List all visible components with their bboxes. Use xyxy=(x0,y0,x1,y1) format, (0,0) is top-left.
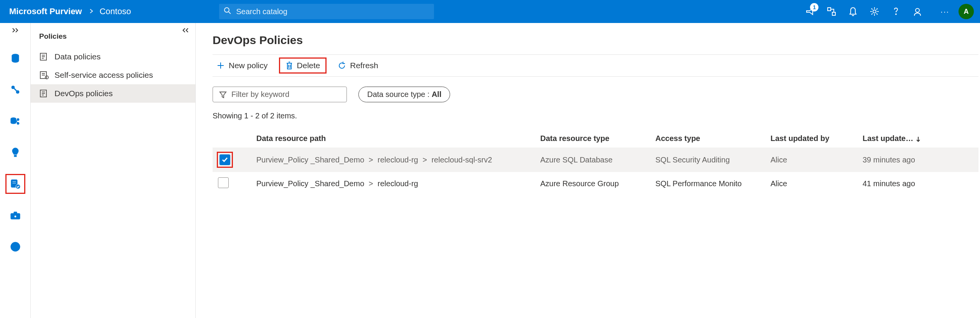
svg-rect-15 xyxy=(12,183,16,184)
row-checkbox[interactable] xyxy=(218,177,229,188)
brand-title[interactable]: Microsoft Purview xyxy=(9,7,82,16)
cell-updated-at: 41 minutes ago xyxy=(857,172,978,195)
announcements-icon[interactable]: 1 xyxy=(799,1,821,22)
app-header: Microsoft Purview Contoso 1 ··· A xyxy=(0,0,980,23)
side-collapse-icon[interactable] xyxy=(181,27,190,35)
rail-management-icon[interactable] xyxy=(7,207,23,223)
button-label: Delete xyxy=(297,61,320,70)
button-label: New policy xyxy=(229,61,268,70)
rail-privacy-icon[interactable] xyxy=(7,239,23,255)
settings-icon[interactable] xyxy=(864,1,885,22)
svg-rect-1 xyxy=(828,8,831,11)
keyword-filter[interactable]: Filter by keyword xyxy=(213,87,347,102)
cell-access: SQL Performance Monito xyxy=(650,172,765,195)
sidebar-item-devops-policies[interactable]: DevOps policies xyxy=(31,84,195,103)
col-access[interactable]: Access type xyxy=(650,129,765,148)
rail-expand-icon[interactable] xyxy=(11,27,20,35)
sidebar-item-label: Self-service access policies xyxy=(54,70,153,80)
button-label: Refresh xyxy=(350,61,378,70)
data-source-type-filter[interactable]: Data source type : All xyxy=(358,87,450,102)
svg-point-8 xyxy=(16,90,19,93)
svg-point-5 xyxy=(916,8,919,12)
row-checkbox[interactable] xyxy=(219,154,230,165)
svg-point-0 xyxy=(224,8,229,12)
svg-point-3 xyxy=(873,10,876,13)
svg-point-7 xyxy=(12,86,15,89)
filter-value: All xyxy=(432,90,442,98)
cell-updated-by: Alice xyxy=(765,148,857,172)
command-bar: New policy Delete Refresh xyxy=(213,54,978,77)
svg-point-4 xyxy=(896,14,897,15)
search-icon xyxy=(224,7,231,16)
sidebar-item-label: Data policies xyxy=(54,52,101,61)
cell-type: Azure Resource Group xyxy=(535,172,650,195)
svg-rect-14 xyxy=(12,181,16,182)
sidebar-item-label: DevOps policies xyxy=(54,89,113,98)
filter-label: Data source type : xyxy=(367,90,432,98)
filter-bar: Filter by keyword Data source type : All xyxy=(213,87,980,102)
table-row[interactable]: Purview_Policy _Shared_Demo > relecloud-… xyxy=(213,148,978,172)
rail-policy-icon[interactable] xyxy=(7,176,23,192)
notif-badge: 1 xyxy=(810,3,818,11)
cell-updated-by: Alice xyxy=(765,172,857,195)
cell-type: Azure SQL Database xyxy=(535,148,650,172)
col-updated-by[interactable]: Last updated by xyxy=(765,129,857,148)
rail-data-share-icon[interactable] xyxy=(7,113,23,129)
side-nav: Policies Data policies Self-service acce… xyxy=(31,23,196,318)
breadcrumb-account[interactable]: Contoso xyxy=(99,7,131,16)
col-path[interactable]: Data resource path xyxy=(251,129,535,148)
new-policy-button[interactable]: New policy xyxy=(213,59,272,72)
rail-insights-icon[interactable] xyxy=(7,144,23,161)
svg-point-19 xyxy=(14,215,16,218)
rail-data-catalog-icon[interactable] xyxy=(7,50,23,66)
rail-data-map-icon[interactable] xyxy=(7,82,23,98)
chevron-right-icon xyxy=(89,8,93,15)
col-type[interactable]: Data resource type xyxy=(535,129,650,148)
sidebar-item-self-service-policies[interactable]: Self-service access policies xyxy=(31,66,195,84)
cell-access: SQL Security Auditing xyxy=(650,148,765,172)
svg-rect-2 xyxy=(832,12,835,15)
feedback-icon[interactable] xyxy=(907,1,928,22)
svg-point-21 xyxy=(14,244,16,247)
overflow-menu[interactable]: ··· xyxy=(940,7,949,16)
notifications-icon[interactable] xyxy=(842,1,864,22)
user-avatar[interactable]: A xyxy=(959,4,974,19)
nav-rail xyxy=(0,23,31,318)
svg-rect-12 xyxy=(14,155,16,157)
refresh-button[interactable]: Refresh xyxy=(334,59,382,72)
delete-button[interactable]: Delete xyxy=(280,59,326,72)
svg-rect-18 xyxy=(14,212,17,214)
table-row[interactable]: Purview_Policy _Shared_Demo > relecloud-… xyxy=(213,172,978,195)
main-content: DevOps Policies New policy Delete Refres… xyxy=(196,23,980,318)
cell-path: Purview_Policy _Shared_Demo > relecloud-… xyxy=(251,148,535,172)
search-box[interactable] xyxy=(219,4,434,19)
diagnostics-icon[interactable] xyxy=(821,1,842,22)
sidebar-item-data-policies[interactable]: Data policies xyxy=(31,48,195,66)
keyword-filter-placeholder: Filter by keyword xyxy=(231,90,289,99)
side-nav-title: Policies xyxy=(31,27,195,48)
results-count: Showing 1 - 2 of 2 items. xyxy=(213,111,980,120)
cell-path: Purview_Policy _Shared_Demo > relecloud-… xyxy=(251,172,535,195)
cell-updated-at: 39 minutes ago xyxy=(857,148,978,172)
policies-table: Data resource path Data resource type Ac… xyxy=(213,129,978,195)
search-input[interactable] xyxy=(236,7,429,16)
help-icon[interactable] xyxy=(885,1,907,22)
page-title: DevOps Policies xyxy=(213,34,980,47)
col-updated-at[interactable]: Last update… xyxy=(857,129,978,148)
